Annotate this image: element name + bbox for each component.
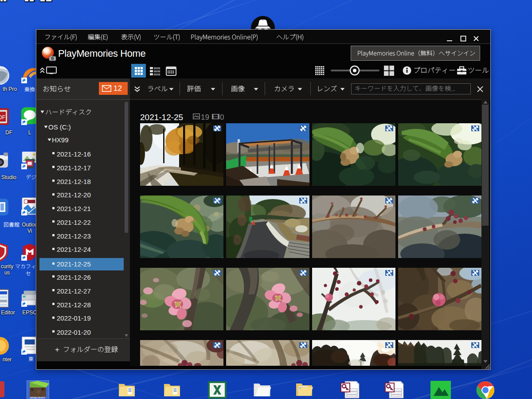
svg-text:PDF: PDF xyxy=(0,114,5,121)
svg-text:MINECRAFT: MINECRAFT xyxy=(30,396,46,399)
